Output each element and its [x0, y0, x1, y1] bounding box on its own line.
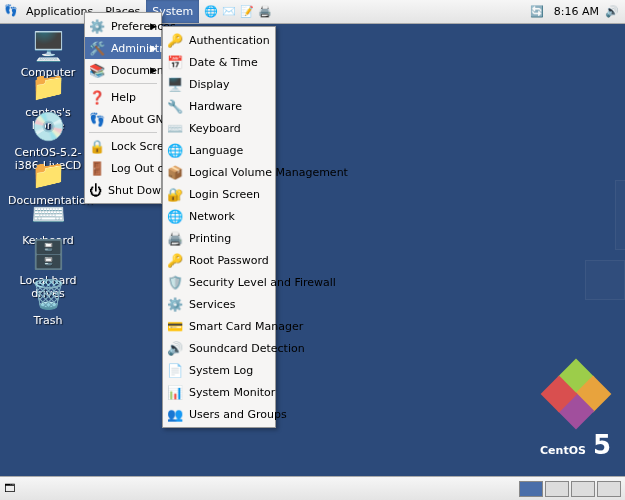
- menu-item-label: Services: [189, 298, 235, 311]
- menu-item-label: Root Password: [189, 254, 269, 267]
- admin-menu-item-keyboard[interactable]: ⌨️Keyboard: [163, 117, 275, 139]
- admin-menu-item-hardware[interactable]: 🔧Hardware: [163, 95, 275, 117]
- menu-item-label: Keyboard: [189, 122, 241, 135]
- system-menu-separator: [89, 83, 157, 84]
- clock[interactable]: 8:16 AM: [548, 5, 605, 18]
- workspace-4[interactable]: [597, 481, 621, 497]
- centos-logo-mark: [546, 364, 606, 424]
- admin-menu-item-language[interactable]: 🌐Language: [163, 139, 275, 161]
- volume-icon[interactable]: 🔊: [605, 5, 625, 18]
- menu-item-label: Network: [189, 210, 235, 223]
- gnome-foot-icon: 👣: [4, 4, 20, 20]
- show-desktop-button[interactable]: 🗔: [4, 482, 15, 495]
- submenu-arrow-icon: ▶: [150, 21, 157, 31]
- menu-item-label: Display: [189, 78, 230, 91]
- admin-menu-item-root-password[interactable]: 🔑Root Password: [163, 249, 275, 271]
- admin-menu-item-date-time[interactable]: 📅Date & Time: [163, 51, 275, 73]
- security-level-and-firewall-icon: 🛡️: [167, 274, 183, 290]
- menu-item-label: Smart Card Manager: [189, 320, 303, 333]
- menu-item-label: Security Level and Firewall: [189, 276, 336, 289]
- menu-item-label: Help: [111, 91, 136, 104]
- menu-item-label: Users and Groups: [189, 408, 287, 421]
- submenu-arrow-icon: ▶: [150, 43, 157, 53]
- desktop-icon-glyph: 💿: [30, 108, 66, 144]
- admin-menu-item-services[interactable]: ⚙️Services: [163, 293, 275, 315]
- network-icon: 🌐: [167, 208, 183, 224]
- workspace-1[interactable]: [519, 481, 543, 497]
- menu-item-label: System Monitor: [189, 386, 275, 399]
- admin-menu-item-login-screen[interactable]: 🔐Login Screen: [163, 183, 275, 205]
- desktop-icon-glyph: 🖥️: [30, 28, 66, 64]
- logical-volume-management-icon: 📦: [167, 164, 183, 180]
- launcher-icon-1[interactable]: ✉️: [221, 4, 237, 20]
- system-menu-item-administration[interactable]: 🛠️Administration▶: [85, 37, 161, 59]
- desktop-icon-glyph: ⌨️: [30, 196, 66, 232]
- centos-logo: CentOS 5: [540, 364, 611, 460]
- workspace-3[interactable]: [571, 481, 595, 497]
- printing-icon: 🖨️: [167, 230, 183, 246]
- admin-menu-item-security-level-and-firewall[interactable]: 🛡️Security Level and Firewall: [163, 271, 275, 293]
- workspace-pager[interactable]: [519, 481, 621, 497]
- desktop-icon-glyph: 🗄️: [30, 236, 66, 272]
- bottom-panel: 🗔: [0, 476, 625, 500]
- system-tray: 🔄: [526, 5, 548, 18]
- desktop-icon-glyph: 📁: [30, 68, 66, 104]
- submenu-arrow-icon: ▶: [150, 65, 157, 75]
- date-time-icon: 📅: [167, 54, 183, 70]
- system-monitor-icon: 📊: [167, 384, 183, 400]
- admin-menu-item-network[interactable]: 🌐Network: [163, 205, 275, 227]
- smart-card-manager-icon: 💳: [167, 318, 183, 334]
- authentication-icon: 🔑: [167, 32, 183, 48]
- lock-screen-icon: 🔒: [89, 138, 105, 154]
- system-menu-item-documentation[interactable]: 📚Documentation▶: [85, 59, 161, 81]
- system-menu: ⚙️Preferences▶🛠️Administration▶📚Document…: [84, 12, 162, 204]
- preferences-icon: ⚙️: [89, 18, 105, 34]
- system-menu-item-lock-screen[interactable]: 🔒Lock Screen: [85, 135, 161, 157]
- users-and-groups-icon: 👥: [167, 406, 183, 422]
- system-menu-item-help[interactable]: ❓Help: [85, 86, 161, 108]
- menu-item-label: Logical Volume Management: [189, 166, 348, 179]
- login-screen-icon: 🔐: [167, 186, 183, 202]
- help-icon: ❓: [89, 89, 105, 105]
- desktop-icon-glyph: 📁: [30, 156, 66, 192]
- menu-item-label: Hardware: [189, 100, 242, 113]
- shut-down-icon: ⏻: [89, 182, 102, 198]
- desktop-icon-label: Trash: [8, 314, 88, 327]
- system-log-icon: 📄: [167, 362, 183, 378]
- admin-menu-item-printing[interactable]: 🖨️Printing: [163, 227, 275, 249]
- launcher-icon-0[interactable]: 🌐: [203, 4, 219, 20]
- soundcard-detection-icon: 🔊: [167, 340, 183, 356]
- system-menu-item-about-gnome[interactable]: 👣About GNOME: [85, 108, 161, 130]
- admin-menu-item-soundcard-detection[interactable]: 🔊Soundcard Detection: [163, 337, 275, 359]
- admin-menu-item-display[interactable]: 🖥️Display: [163, 73, 275, 95]
- admin-menu-item-users-and-groups[interactable]: 👥Users and Groups: [163, 403, 275, 425]
- update-icon[interactable]: 🔄: [530, 5, 544, 18]
- menu-item-label: Login Screen: [189, 188, 260, 201]
- system-menu-item-preferences[interactable]: ⚙️Preferences▶: [85, 15, 161, 37]
- administration-icon: 🛠️: [89, 40, 105, 56]
- admin-menu-item-logical-volume-management[interactable]: 📦Logical Volume Management: [163, 161, 275, 183]
- menu-item-label: Language: [189, 144, 243, 157]
- system-menu-item-shut-down[interactable]: ⏻Shut Down...: [85, 179, 161, 201]
- launcher-icon-2[interactable]: 📝: [239, 4, 255, 20]
- quick-launch: 🌐✉️📝🖨️: [203, 4, 273, 20]
- admin-menu-item-authentication[interactable]: 🔑Authentication: [163, 29, 275, 51]
- root-password-icon: 🔑: [167, 252, 183, 268]
- system-menu-separator: [89, 132, 157, 133]
- desktop-icon-glyph: 🗑️: [30, 276, 66, 312]
- hardware-icon: 🔧: [167, 98, 183, 114]
- centos-logo-text: CentOS 5: [540, 430, 611, 460]
- menu-item-label: System Log: [189, 364, 253, 377]
- documentation-icon: 📚: [89, 62, 105, 78]
- launcher-icon-3[interactable]: 🖨️: [257, 4, 273, 20]
- system-menu-item-log-out-centos[interactable]: 🚪Log Out centos...: [85, 157, 161, 179]
- admin-menu-item-system-log[interactable]: 📄System Log: [163, 359, 275, 381]
- menu-item-label: Authentication: [189, 34, 270, 47]
- admin-menu-item-system-monitor[interactable]: 📊System Monitor: [163, 381, 275, 403]
- menu-item-label: Date & Time: [189, 56, 258, 69]
- workspace-2[interactable]: [545, 481, 569, 497]
- desktop-icon-trash[interactable]: 🗑️Trash: [8, 276, 88, 327]
- language-icon: 🌐: [167, 142, 183, 158]
- admin-menu-item-smart-card-manager[interactable]: 💳Smart Card Manager: [163, 315, 275, 337]
- services-icon: ⚙️: [167, 296, 183, 312]
